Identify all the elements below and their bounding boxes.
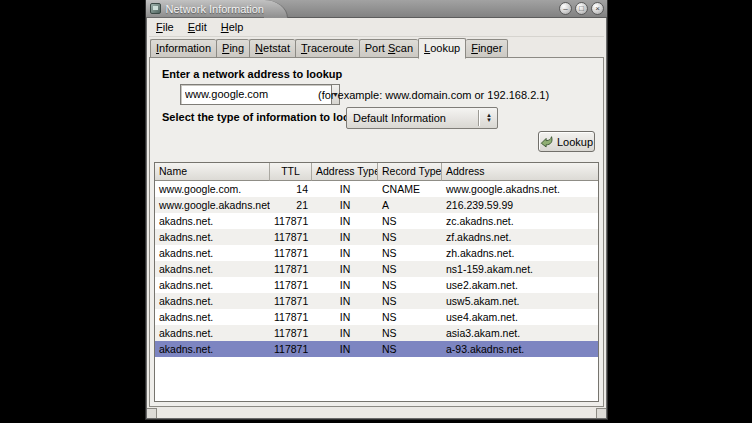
table-row[interactable]: www.google.akadns.net.21INA216.239.59.99 xyxy=(155,197,598,213)
table-cell: 117871 xyxy=(270,213,312,229)
table-cell: 21 xyxy=(270,197,312,213)
information-type-dropdown[interactable]: Default Information ▲▼ xyxy=(346,107,498,129)
table-cell: IN xyxy=(312,341,378,357)
address-input[interactable] xyxy=(180,84,331,105)
menu-file[interactable]: File xyxy=(149,19,181,35)
table-cell: zc.akadns.net. xyxy=(442,213,598,229)
table-cell: IN xyxy=(312,245,378,261)
information-type-value: Default Information xyxy=(347,112,478,124)
table-cell: 117871 xyxy=(270,245,312,261)
table-cell: NS xyxy=(378,261,442,277)
tab-port-scan[interactable]: Port Scan xyxy=(359,39,418,58)
type-label: Select the type of information to lookup… xyxy=(162,111,373,123)
table-cell: IN xyxy=(312,197,378,213)
table-cell: A xyxy=(378,197,442,213)
tab-ping[interactable]: Ping xyxy=(216,39,249,58)
table-cell: asia3.akam.net. xyxy=(442,325,598,341)
dropdown-separator xyxy=(478,110,479,126)
titlebar-tab-curve xyxy=(264,0,288,18)
desktop: Network Information – □ × File Edit Help… xyxy=(0,0,752,423)
spinner-arrows-icon: ▲▼ xyxy=(483,113,495,123)
column-header-record-type[interactable]: Record Type xyxy=(378,163,442,181)
lookup-page: Enter a network address to lookup ▼ (for… xyxy=(149,57,604,407)
table-cell: akadns.net. xyxy=(155,309,270,325)
table-cell: use2.akam.net. xyxy=(442,277,598,293)
tab-information[interactable]: Information xyxy=(150,39,216,58)
table-cell: 117871 xyxy=(270,261,312,277)
table-cell: a-93.akadns.net. xyxy=(442,341,598,357)
app-icon xyxy=(150,3,161,14)
tab-strip: Information Ping Netstat Traceroute Port… xyxy=(149,37,604,58)
table-cell: 117871 xyxy=(270,325,312,341)
column-header-ttl[interactable]: TTL xyxy=(270,163,312,181)
table-cell: IN xyxy=(312,293,378,309)
table-cell: www.google.akadns.net. xyxy=(155,197,270,213)
resize-grip[interactable] xyxy=(596,408,606,418)
table-cell: 216.239.59.99 xyxy=(442,197,598,213)
menu-help[interactable]: Help xyxy=(214,19,251,35)
close-button[interactable]: × xyxy=(591,2,604,15)
table-cell: www.google.com. xyxy=(155,181,270,197)
results-table-header: Name TTL Address Type Record Type Addres… xyxy=(155,163,598,181)
table-cell: NS xyxy=(378,341,442,357)
network-information-window: Network Information – □ × File Edit Help… xyxy=(145,0,608,420)
table-cell: 117871 xyxy=(270,229,312,245)
table-cell: use4.akam.net. xyxy=(442,309,598,325)
results-table: Name TTL Address Type Record Type Addres… xyxy=(154,162,599,402)
table-cell: zh.akadns.net. xyxy=(442,245,598,261)
table-cell: IN xyxy=(312,229,378,245)
tab-finger[interactable]: Finger xyxy=(466,39,508,58)
jump-to-icon xyxy=(540,135,554,148)
table-cell: 117871 xyxy=(270,341,312,357)
address-combo: ▼ xyxy=(180,84,308,105)
table-cell: akadns.net. xyxy=(155,261,270,277)
table-row[interactable]: akadns.net.117871INNSusw5.akam.net. xyxy=(155,293,598,309)
table-cell: akadns.net. xyxy=(155,293,270,309)
table-row[interactable]: akadns.net.117871INNSa-93.akadns.net. xyxy=(155,341,598,357)
titlebar-tab: Network Information xyxy=(146,0,264,18)
table-row[interactable]: akadns.net.117871INNSuse4.akam.net. xyxy=(155,309,598,325)
table-row[interactable]: akadns.net.117871INNSzf.akadns.net. xyxy=(155,229,598,245)
table-cell: akadns.net. xyxy=(155,245,270,261)
table-cell: IN xyxy=(312,213,378,229)
table-row[interactable]: akadns.net.117871INNSzh.akadns.net. xyxy=(155,245,598,261)
table-row[interactable]: akadns.net.117871INNSasia3.akam.net. xyxy=(155,325,598,341)
maximize-button[interactable]: □ xyxy=(575,2,588,15)
column-header-address[interactable]: Address xyxy=(442,163,598,181)
table-cell: akadns.net. xyxy=(155,213,270,229)
window-title: Network Information xyxy=(166,3,264,15)
titlebar[interactable]: Network Information – □ × xyxy=(146,0,607,18)
table-cell: NS xyxy=(378,309,442,325)
tab-lookup[interactable]: Lookup xyxy=(418,38,466,59)
resize-grip[interactable] xyxy=(147,408,157,418)
table-row[interactable]: akadns.net.117871INNSns1-159.akam.net. xyxy=(155,261,598,277)
table-cell: akadns.net. xyxy=(155,229,270,245)
lookup-button-label: Lookup xyxy=(557,136,593,148)
column-header-name[interactable]: Name xyxy=(155,163,270,181)
table-cell: IN xyxy=(312,181,378,197)
table-cell: zf.akadns.net. xyxy=(442,229,598,245)
lookup-button[interactable]: Lookup xyxy=(538,131,595,152)
table-cell: NS xyxy=(378,277,442,293)
table-cell: akadns.net. xyxy=(155,277,270,293)
minimize-button[interactable]: – xyxy=(559,2,572,15)
table-cell: usw5.akam.net. xyxy=(442,293,598,309)
table-cell: 117871 xyxy=(270,309,312,325)
menubar: File Edit Help xyxy=(149,18,604,37)
table-row[interactable]: www.google.com.14INCNAMEwww.google.akadn… xyxy=(155,181,598,197)
tab-netstat[interactable]: Netstat xyxy=(249,39,295,58)
table-cell: CNAME xyxy=(378,181,442,197)
menu-edit[interactable]: Edit xyxy=(181,19,214,35)
table-cell: IN xyxy=(312,309,378,325)
table-cell: IN xyxy=(312,261,378,277)
table-cell: 14 xyxy=(270,181,312,197)
tab-traceroute[interactable]: Traceroute xyxy=(295,39,359,58)
table-cell: akadns.net. xyxy=(155,341,270,357)
table-cell: NS xyxy=(378,229,442,245)
address-label: Enter a network address to lookup xyxy=(162,68,342,80)
table-row[interactable]: akadns.net.117871INNSuse2.akam.net. xyxy=(155,277,598,293)
table-cell: NS xyxy=(378,325,442,341)
column-header-address-type[interactable]: Address Type xyxy=(312,163,378,181)
table-row[interactable]: akadns.net.117871INNSzc.akadns.net. xyxy=(155,213,598,229)
table-cell: www.google.akadns.net. xyxy=(442,181,598,197)
